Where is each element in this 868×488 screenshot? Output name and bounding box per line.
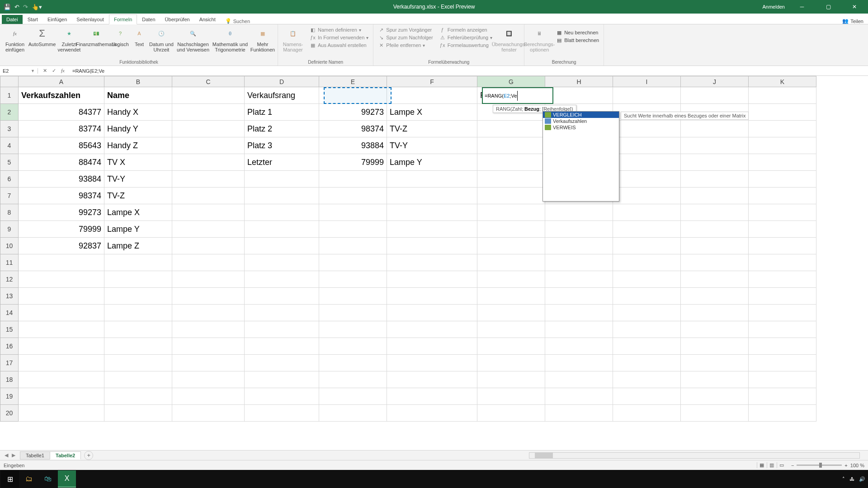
cell-K15[interactable] [749,321,816,338]
cell-H11[interactable] [545,254,613,271]
cell-G19[interactable] [477,388,545,405]
cell-A9[interactable]: 79999 [19,221,104,238]
cell-E5[interactable]: 79999 [319,154,387,171]
cell-H8[interactable] [545,204,613,221]
cell-C17[interactable] [172,355,245,371]
cell-G8[interactable] [477,204,545,221]
cell-J20[interactable] [681,405,749,422]
autocomplete-item[interactable]: Verkaufszahlen [543,118,619,124]
cell-I12[interactable] [613,271,681,288]
tab-review[interactable]: Überprüfen [160,15,194,24]
cell-C1[interactable] [172,87,245,104]
cell-A15[interactable] [19,321,104,338]
cell-C5[interactable] [172,154,245,171]
cell-A2[interactable]: 84377 [19,104,104,121]
cell-B8[interactable]: Lampe X [104,204,172,221]
cell-E4[interactable]: 93884 [319,137,387,154]
cell-C20[interactable] [172,405,245,422]
row-header[interactable]: 8 [0,204,19,221]
row-header[interactable]: 13 [0,288,19,305]
cell-E20[interactable] [319,405,387,422]
cell-J13[interactable] [681,288,749,305]
cell-I13[interactable] [613,288,681,305]
cell-H9[interactable] [545,221,613,238]
add-sheet-button[interactable]: + [84,451,93,460]
cell-B12[interactable] [104,271,172,288]
cell-A5[interactable]: 88474 [19,154,104,171]
cell-A10[interactable]: 92837 [19,238,104,254]
cell-D5[interactable]: Letzter [245,154,319,171]
cell-B11[interactable] [104,254,172,271]
tell-me-search[interactable]: 💡Suchen [225,18,250,24]
cell-E11[interactable] [319,254,387,271]
row-header[interactable]: 7 [0,188,19,204]
cell-G16[interactable] [477,338,545,355]
cell-I3[interactable] [613,121,681,137]
cell-F18[interactable] [387,371,477,388]
cell-J10[interactable] [681,238,749,254]
cell-J14[interactable] [681,305,749,321]
cell-E13[interactable] [319,288,387,305]
cell-K20[interactable] [749,405,816,422]
cell-I11[interactable] [613,254,681,271]
tab-view[interactable]: Ansicht [195,15,220,24]
row-header[interactable]: 10 [0,238,19,254]
cell-F14[interactable] [387,305,477,321]
cell-D10[interactable] [245,238,319,254]
cell-J9[interactable] [681,221,749,238]
cell-F6[interactable] [387,171,477,188]
cell-E2[interactable]: 99273 [319,104,387,121]
row-header[interactable]: 6 [0,171,19,188]
cell-C19[interactable] [172,388,245,405]
cell-C13[interactable] [172,288,245,305]
cell-D4[interactable]: Platz 3 [245,137,319,154]
cell-D6[interactable] [245,171,319,188]
cell-I15[interactable] [613,321,681,338]
cell-F12[interactable] [387,271,477,288]
cell-H1[interactable] [545,87,613,104]
cell-A14[interactable] [19,305,104,321]
row-header[interactable]: 14 [0,305,19,321]
column-header[interactable]: K [749,76,816,87]
cell-K11[interactable] [749,254,816,271]
cell-C10[interactable] [172,238,245,254]
cell-A6[interactable]: 93884 [19,171,104,188]
cell-A7[interactable]: 98374 [19,188,104,204]
cell-F15[interactable] [387,321,477,338]
cell-J4[interactable] [681,137,749,154]
define-name-button[interactable]: ◧Namen definieren ▾ [309,26,369,33]
cell-D18[interactable] [245,371,319,388]
cell-C4[interactable] [172,137,245,154]
cell-G11[interactable] [477,254,545,271]
cell-H10[interactable] [545,238,613,254]
zoom-control[interactable]: −+100 % [791,463,864,468]
cell-J1[interactable] [681,87,749,104]
page-break-icon[interactable]: ▭ [777,462,787,468]
cell-A4[interactable]: 85643 [19,137,104,154]
cell-E9[interactable] [319,221,387,238]
close-icon[interactable]: ✕ [845,0,863,14]
tab-start[interactable]: Start [23,15,42,24]
cell-B5[interactable]: TV X [104,154,172,171]
cell-E15[interactable] [319,321,387,338]
row-header[interactable]: 20 [0,405,19,422]
cell-B19[interactable] [104,388,172,405]
cell-G5[interactable] [477,154,545,171]
column-header[interactable]: G [477,76,545,87]
cell-A13[interactable] [19,288,104,305]
calc-now[interactable]: ▦Neu berechnen [555,29,600,36]
cell-H13[interactable] [545,288,613,305]
cell-C6[interactable] [172,171,245,188]
cell-H12[interactable] [545,271,613,288]
cell-F16[interactable] [387,338,477,355]
signin-link[interactable]: Anmelden [762,4,785,9]
cell-D2[interactable]: Platz 1 [245,104,319,121]
cell-J18[interactable] [681,371,749,388]
column-header[interactable]: F [387,76,477,87]
chevron-down-icon[interactable]: ▼ [31,69,35,73]
cell-I5[interactable] [613,154,681,171]
cell-C14[interactable] [172,305,245,321]
date-button[interactable]: Datum und Uhrzeit [148,25,175,53]
tab-data[interactable]: Daten [137,15,160,24]
cell-J16[interactable] [681,338,749,355]
